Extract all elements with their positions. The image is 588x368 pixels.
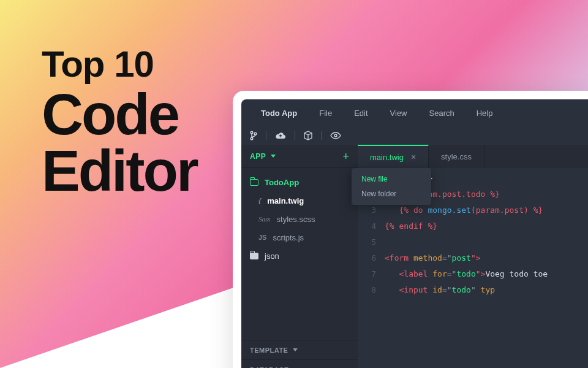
hero-line2b: Editor — [42, 143, 197, 199]
chevron-down-icon — [271, 155, 276, 158]
editor-window: Todo App File Edit View Search Help APP — [233, 91, 588, 368]
close-icon[interactable]: × — [411, 152, 416, 162]
line-number: 6 — [358, 250, 385, 266]
line-number: 7 — [358, 266, 385, 282]
sidebar-section-database[interactable]: DATABASE — [241, 359, 358, 368]
section-label: DATABASE — [250, 366, 288, 369]
tree-folder-root[interactable]: TodoApp — [241, 173, 358, 191]
hero-line1: Top 10 — [42, 43, 197, 85]
sidebar-header: APP + — [241, 145, 358, 168]
context-menu: New file New folder — [352, 168, 431, 205]
sidebar-section-template[interactable]: TEMPLATE — [241, 340, 358, 359]
menu-search[interactable]: Search — [418, 109, 466, 118]
separator — [321, 131, 322, 140]
file-label: main.twig — [267, 196, 304, 205]
eye-icon[interactable] — [330, 132, 341, 139]
project-selector[interactable]: APP — [250, 152, 276, 161]
file-label: styles.scss — [277, 215, 315, 224]
tree-file-main[interactable]: { main.twig — [241, 191, 358, 210]
line-number: 4 — [358, 218, 385, 234]
chevron-down-icon — [293, 348, 298, 351]
line-number: 8 — [358, 282, 385, 298]
svg-point-2 — [254, 132, 257, 135]
separator — [266, 131, 266, 140]
menu-file[interactable]: File — [308, 109, 343, 118]
section-label: TEMPLATE — [250, 347, 288, 354]
tree-file-styles[interactable]: Sass styles.scss — [241, 210, 358, 228]
code-line: <form method="post"> — [385, 250, 481, 266]
tab-label: style.css — [441, 152, 472, 161]
menu-help[interactable]: Help — [466, 109, 504, 118]
twig-icon: { — [258, 197, 261, 204]
hero-title: Top 10 Code Editor — [42, 43, 197, 199]
file-tree: TodoApp { main.twig Sass styles.scss JS … — [241, 168, 358, 340]
tree-file-scripts[interactable]: JS scripts.js — [241, 228, 358, 247]
code-line: <input id="todo" typ — [385, 282, 495, 298]
toolbar — [241, 126, 588, 145]
js-icon: JS — [258, 234, 266, 241]
folder-label: json — [265, 251, 279, 261]
menu-view[interactable]: View — [379, 109, 418, 118]
add-button[interactable]: + — [342, 151, 349, 162]
sidebar: APP + TodoApp { main.twig Sass — [241, 145, 358, 368]
git-branch-icon[interactable] — [250, 131, 257, 140]
upload-cloud-icon[interactable] — [275, 131, 286, 140]
tab-bar: main.twig × style.css — [358, 145, 588, 168]
tab-label: main.twig — [370, 153, 404, 162]
menu-edit[interactable]: Edit — [343, 109, 379, 118]
svg-point-0 — [251, 131, 253, 134]
project-name: APP — [250, 152, 266, 161]
file-label: scripts.js — [273, 233, 304, 242]
menu-app[interactable]: Todo App — [250, 109, 308, 118]
menubar: Todo App File Edit View Search Help — [241, 99, 588, 126]
svg-point-3 — [334, 134, 337, 137]
sass-icon: Sass — [258, 215, 271, 223]
menu-item-new-file[interactable]: New file — [352, 172, 431, 186]
code-line: <label for="todo">Voeg todo toe — [385, 266, 548, 282]
tree-folder-json[interactable]: json — [241, 247, 358, 265]
code-line — [385, 234, 390, 250]
hero-line2a: Code — [42, 86, 197, 143]
menu-item-new-folder[interactable]: New folder — [352, 186, 431, 201]
line-number: 5 — [358, 234, 385, 250]
tab-main-twig[interactable]: main.twig × — [358, 145, 429, 168]
folder-label: TodoApp — [265, 178, 299, 187]
separator — [295, 131, 295, 140]
cube-icon[interactable] — [304, 131, 312, 140]
editor: Todo App File Edit View Search Help APP — [241, 99, 588, 368]
folder-icon — [250, 253, 258, 259]
folder-icon — [250, 179, 258, 186]
tab-style-css[interactable]: style.css — [429, 145, 484, 168]
code-line: {% endif %} — [385, 218, 437, 234]
